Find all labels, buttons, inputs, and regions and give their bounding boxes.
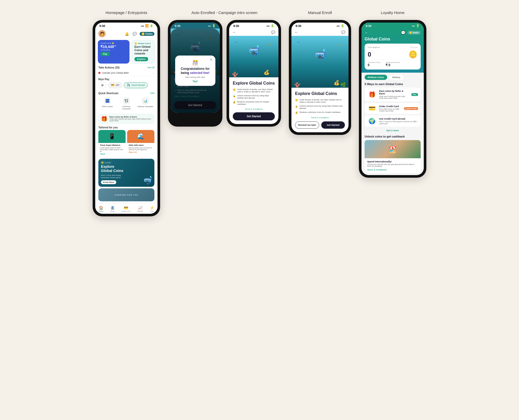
gc-promo-text: Earn Global Coins and rewards (134, 45, 152, 56)
unlock-content: Spend Internationally! Unlock your earne… (365, 158, 421, 173)
manual-bullet-2: 🔓 Unlock earned coins by using Niyo Glob… (295, 105, 345, 109)
nav-hub[interactable]: ⚡ Hub (150, 206, 154, 212)
redeem-coins-tab[interactable]: Redeem Coins (365, 75, 387, 80)
manual-tc-link[interactable]: Terms & Conditions (295, 116, 345, 119)
explore-treasure: 💰 (264, 70, 269, 75)
ways-title: 5 Ways to earn Global Coins (365, 82, 421, 86)
unlocked-coins-item: Unlocked Coins 0 (368, 61, 380, 67)
wave-action[interactable]: Wave On (129, 151, 153, 153)
manual-chat-icon[interactable]: 💬 (341, 30, 345, 34)
manual-back-arrow[interactable]: ← (295, 30, 298, 34)
home-header: 🧑 🔔 💬 🪙 Coins (95, 29, 158, 39)
interest-shortcut[interactable]: 📊 Interest Calculator (136, 96, 154, 112)
nav-wealth[interactable]: 📈 Wealth (137, 206, 143, 212)
coins-badge[interactable]: 🪙 Coins (140, 32, 154, 36)
unlocked-label: Unlocked Coins (368, 61, 380, 63)
explore-coral1: 🪸 (232, 71, 238, 77)
explore-status-bar: 9:30 ▪▪▪ 🔋 (229, 23, 278, 29)
track-title: Track Super Balance (100, 144, 124, 146)
explore-get-started-button[interactable]: Get Started (233, 112, 275, 120)
manual-fish1: 🐟 (297, 41, 300, 44)
refer-banner[interactable]: 🎁 Earn coins by Refer & Earn! Invite you… (98, 114, 154, 124)
hide-wave-card[interactable]: 🌊 Hide with wave Did you know, you can w… (127, 130, 154, 157)
homepage-section: Homepage / Entrypoints 9:30 ▪▪▪ 📶 🔋 🧑 � (93, 10, 160, 216)
avatar[interactable]: 🧑 (98, 30, 106, 37)
explore-bullet-3: 💰 Redeem unlocked coins for instant cash… (233, 101, 275, 105)
campaign-battery: 🔋 (212, 24, 216, 27)
loyalty-back-button[interactable]: ← (365, 31, 368, 35)
homepage-title: Homepage / Entrypoints (106, 10, 147, 15)
cashback-earned-item: Cashback Earned ₹ 0 (386, 61, 400, 67)
explore-tc-link[interactable]: Terms & Conditions (233, 108, 275, 110)
explore-fish1: 🐟 (234, 41, 237, 44)
explore-signal: ▪▪▪ (267, 24, 270, 27)
manual-get-started-button[interactable]: Get Started (321, 121, 345, 129)
explore-bullet-icon-2: 🔓 (233, 95, 236, 97)
order-card-way[interactable]: 💳 Order Credit Card Earn 2500 coins on S… (365, 103, 421, 114)
loyalty-home-title: Loyalty Home (381, 10, 405, 15)
explore-coins-title: Explore Global Coins (233, 81, 275, 86)
balance-time: 12:31 pm (410, 46, 418, 48)
use-abroad-way[interactable]: 🌍 Use Credit Card abroad Earn 2 coins fo… (365, 115, 421, 127)
campaign-status-bar: 9:30 ▪▪▪ 🔋 (170, 23, 220, 29)
manual-treasure: 💰 (334, 80, 339, 86)
track-balance-card[interactable]: 📱 Track Super Balance Lorem ipsum dolor … (98, 130, 126, 157)
notification-icon[interactable]: 🔔 (124, 31, 130, 37)
chat-icon[interactable]: 💬 (132, 31, 138, 37)
activate-action-item[interactable]: Activate your Global debit → (95, 70, 158, 76)
loyalty-chat-icon[interactable]: 💬 (401, 31, 405, 35)
global-coins-widget[interactable]: 🪙 Global Coins Earn Global Coins and rew… (132, 40, 155, 64)
niyo-pay-section: Niyo Pay ⊞ 💳 UPI ✈️ Send Abroad (95, 76, 158, 90)
refer-way-desc: Invite your friends and earn upto 2500 c… (379, 95, 409, 99)
congrats-modal-title: Congratulations for being selected few! (179, 67, 212, 75)
unlock-item-title: Spend Internationally! (367, 160, 418, 163)
nav-bank[interactable]: 🏦 Bank (110, 206, 115, 212)
explore-bullet-text-1: Invite friends & family, use Niyo Global… (237, 88, 275, 93)
header-icons: 🔔 💬 🪙 Coins (124, 31, 154, 37)
refer-way-content: Earn coins by Refer & Earn! Invite your … (379, 90, 409, 99)
curated-banner: CURATED FOR YOU (98, 188, 154, 201)
know-more-button[interactable]: Know More (101, 180, 116, 184)
track-action[interactable]: Track (100, 153, 124, 155)
refer-way-icon: 🎁 (367, 91, 377, 98)
track-info: Track Super Balance Lorem ipsum dolor si… (98, 143, 126, 157)
manual-diver: 🤿 (314, 49, 326, 60)
explore-back-arrow[interactable]: ← (232, 30, 236, 34)
see-more-link[interactable]: See 2 more (365, 128, 421, 133)
manual-top-nav: ← 💬 (291, 29, 349, 36)
niyo-pay-label: Niyo Pay (98, 78, 154, 81)
card-label: Credit Card 🌟 (100, 42, 127, 44)
unlock-card[interactable]: 🏖️ Spend Internationally! Unlock your ea… (365, 140, 421, 173)
homepage-phone-frame: 9:30 ▪▪▪ 📶 🔋 🧑 🔔 💬 🪙 Co (93, 20, 160, 216)
see-all-link[interactable]: See all (147, 66, 154, 69)
loyalty-coins-badge[interactable]: 🪙 Refer (407, 31, 421, 35)
nav-home[interactable]: 🏠 Home (99, 206, 104, 212)
campaign-time: 9:30 (175, 24, 180, 27)
gc-badge-text: Global Coins (138, 42, 151, 45)
grid-pay-button[interactable]: ⊞ (98, 82, 106, 88)
explore-bullet-icon-3: 💰 (233, 101, 236, 104)
currency-shortcut[interactable]: 💱 Currency Converter (117, 96, 135, 112)
manual-battery: 🔋 (341, 24, 344, 27)
explore-global-banner[interactable]: 🪙 Coins! ExploreGlobal Coins Earn Coins … (98, 159, 154, 187)
upi-button[interactable]: 💳 UPI (108, 82, 122, 88)
modal-close-button[interactable]: ✕ (210, 58, 213, 62)
order-card-way-content: Order Credit Card Earn 2500 coins on SBM… (379, 105, 401, 112)
nav-credit-card[interactable]: 💳 Credit Card (121, 206, 131, 212)
unlock-tc-link[interactable]: Terms & Conditions (367, 169, 418, 171)
atm-shortcut[interactable]: 🏧 ATM Locator (98, 96, 116, 112)
grid-icon: ⊞ (101, 84, 104, 87)
shortcuts-edit[interactable]: Edit (150, 92, 154, 94)
explore-banner-title: ExploreGlobal Coins (101, 164, 152, 173)
cashback-value: ₹ 0 (386, 63, 400, 67)
use-abroad-way-icon: 🌍 (367, 118, 377, 125)
pay-button[interactable]: Pay (100, 52, 110, 56)
explore-chat-icon[interactable]: 💬 (271, 30, 275, 34)
history-tab[interactable]: History (389, 75, 404, 80)
earn-refer-way[interactable]: 🎁 Earn coins by Refer & Earn! Invite you… (365, 88, 421, 101)
credit-card-widget[interactable]: Credit Card 🌟 ₹19,44900 Outstanding Pay (98, 40, 129, 64)
remind-later-button[interactable]: Remind me later (295, 121, 319, 129)
send-abroad-button[interactable]: ✈️ Send Abroad (124, 82, 148, 88)
explore-button[interactable]: Explore (134, 57, 148, 61)
loyalty-status-bar: 9:30 ▪▪▪ 🔋 (361, 23, 424, 29)
